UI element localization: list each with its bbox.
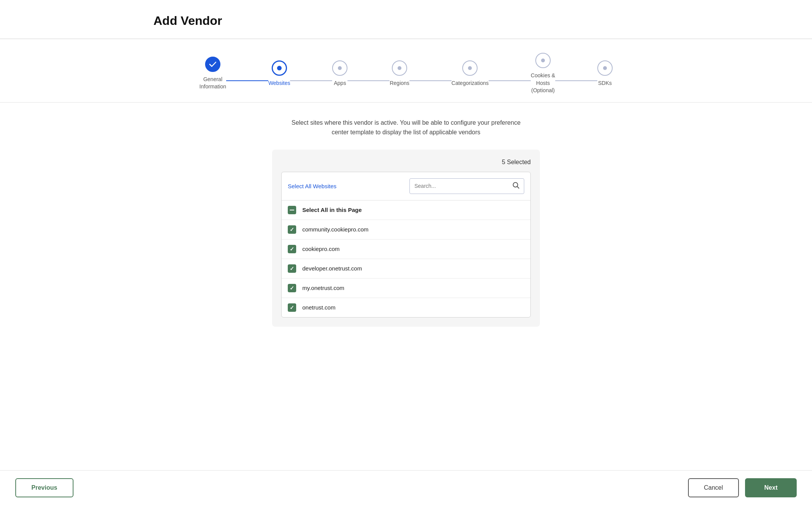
checkbox-checked-1[interactable] — [288, 245, 296, 253]
search-row: Select All Websites — [282, 172, 530, 200]
step-cookies: Cookies &Hosts(Optional) — [531, 53, 555, 94]
website-row-2[interactable]: developer.onetrust.com — [282, 259, 530, 279]
website-row-select-all[interactable]: Select All in this Page — [282, 200, 530, 220]
step-circle-websites — [272, 60, 287, 76]
step-label-apps: Apps — [334, 80, 346, 87]
checkbox-checked-2[interactable] — [288, 264, 296, 273]
select-all-websites-button[interactable]: Select All Websites — [288, 183, 336, 189]
step-label-sdks: SDKs — [598, 80, 612, 87]
row-label-1: cookiepro.com — [302, 246, 340, 252]
step-label-general: GeneralInformation — [199, 76, 226, 91]
stepper: GeneralInformation Websites Apps Regions — [0, 39, 812, 103]
cancel-button[interactable]: Cancel — [688, 478, 739, 497]
connector-4 — [409, 80, 452, 81]
connector-3 — [347, 80, 390, 81]
row-label-select-all: Select All in this Page — [302, 207, 362, 213]
selection-box: 5 Selected Select All Websites Select Al… — [272, 150, 540, 327]
website-row-3[interactable]: my.onetrust.com — [282, 279, 530, 298]
step-general: GeneralInformation — [199, 57, 226, 91]
search-icon — [512, 182, 519, 191]
checkbox-checked-3[interactable] — [288, 284, 296, 292]
step-circle-apps — [332, 60, 347, 76]
step-apps: Apps — [332, 60, 347, 87]
checkbox-checked-4[interactable] — [288, 303, 296, 312]
connector-5 — [489, 80, 531, 81]
connector-2 — [290, 80, 332, 81]
selection-inner: Select All Websites Select All in this P… — [281, 172, 531, 318]
step-circle-categorizations — [462, 60, 478, 76]
step-label-categorizations: Categorizations — [452, 80, 489, 87]
website-row-4[interactable]: onetrust.com — [282, 298, 530, 317]
row-label-2: developer.onetrust.com — [302, 265, 362, 272]
step-label-regions: Regions — [390, 80, 409, 87]
step-circle-cookies — [535, 53, 551, 68]
connector-1 — [226, 80, 268, 81]
website-row-1[interactable]: cookiepro.com — [282, 239, 530, 259]
step-sdks: SDKs — [597, 60, 613, 87]
checkbox-checked-0[interactable] — [288, 225, 296, 234]
step-circle-general — [205, 57, 220, 72]
step-regions: Regions — [390, 60, 409, 87]
description-text: Select sites where this vendor is active… — [284, 118, 528, 137]
row-label-4: onetrust.com — [302, 304, 336, 311]
step-circle-sdks — [597, 60, 613, 76]
row-label-0: community.cookiepro.com — [302, 226, 368, 233]
row-label-3: my.onetrust.com — [302, 285, 344, 291]
svg-line-1 — [517, 187, 519, 188]
step-circle-regions — [392, 60, 407, 76]
website-row-0[interactable]: community.cookiepro.com — [282, 220, 530, 239]
connector-6 — [555, 80, 597, 81]
svg-point-0 — [513, 182, 518, 187]
main-content: Select sites where this vendor is active… — [0, 103, 812, 342]
selected-count: 5 Selected — [281, 159, 531, 166]
footer-right: Cancel Next — [688, 478, 797, 497]
footer: Previous Cancel Next — [0, 470, 812, 505]
step-label-websites: Websites — [268, 80, 290, 87]
search-input[interactable] — [414, 183, 512, 189]
previous-button[interactable]: Previous — [15, 478, 73, 497]
next-button[interactable]: Next — [745, 478, 797, 497]
checkbox-indeterminate[interactable] — [288, 206, 296, 214]
search-input-wrapper — [409, 178, 524, 194]
step-categorizations: Categorizations — [452, 60, 489, 87]
page-title: Add Vendor — [153, 0, 659, 39]
step-websites: Websites — [268, 60, 290, 87]
step-label-cookies: Cookies &Hosts(Optional) — [531, 72, 555, 94]
